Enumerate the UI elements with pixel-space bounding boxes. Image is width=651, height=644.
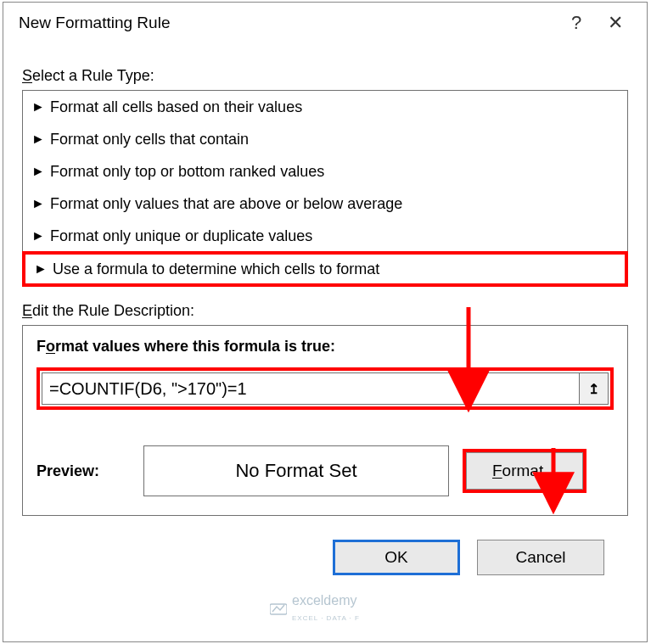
dialog-title: New Formatting Rule — [19, 14, 557, 32]
rule-item-2[interactable]: ► Format only top or bottom ranked value… — [23, 155, 627, 188]
rule-item-0[interactable]: ► Format all cells based on their values — [23, 91, 627, 123]
rule-type-accelerator: S — [22, 67, 32, 84]
rule-item-label: Format all cells based on their values — [50, 98, 302, 116]
dialog-window: New Formatting Rule ? ✕ Select a Rule Ty… — [3, 2, 648, 642]
rule-item-4[interactable]: ► Format only unique or duplicate values — [23, 220, 627, 252]
rule-type-list[interactable]: ► Format all cells based on their values… — [22, 90, 628, 287]
cancel-button[interactable]: Cancel — [477, 540, 604, 575]
close-button[interactable]: ✕ — [596, 4, 635, 42]
rule-item-label: Format only unique or duplicate values — [50, 227, 312, 245]
rule-type-label: Select a Rule Type: — [22, 67, 628, 85]
preview-label: Preview: — [36, 462, 130, 480]
desc-accelerator: E — [22, 302, 32, 319]
format-button[interactable]: Format... — [466, 452, 583, 490]
formula-row-highlight: ↥ — [36, 367, 614, 410]
rule-glyph-icon: ► — [31, 228, 50, 244]
help-button[interactable]: ? — [557, 4, 596, 42]
dialog-content: Select a Rule Type: ► Format all cells b… — [3, 43, 647, 575]
collapse-dialog-button[interactable]: ↥ — [580, 372, 609, 405]
rule-item-label: Format only top or bottom ranked values — [50, 163, 324, 181]
rule-desc-label: Edit the Rule Description: — [22, 302, 628, 320]
rule-glyph-icon: ► — [31, 99, 50, 115]
rule-glyph-icon: ► — [31, 164, 50, 179]
formula-section-title: Format values where this formula is true… — [36, 338, 614, 356]
dialog-footer: OK Cancel — [22, 516, 628, 575]
rule-glyph-icon: ► — [34, 261, 53, 277]
format-button-highlight: Format... — [463, 449, 586, 493]
formula-input[interactable] — [42, 372, 580, 405]
rule-desc-box: Format values where this formula is true… — [22, 325, 628, 516]
rule-item-5[interactable]: ► Use a formula to determine which cells… — [22, 251, 628, 287]
ok-button[interactable]: OK — [333, 540, 460, 575]
rule-item-3[interactable]: ► Format only values that are above or b… — [23, 188, 627, 220]
rule-glyph-icon: ► — [31, 196, 50, 211]
format-accelerator: F — [492, 462, 502, 480]
rule-item-label: Use a formula to determine which cells t… — [53, 260, 379, 278]
rule-item-label: Format only values that are above or bel… — [50, 195, 402, 213]
preview-row: Preview: No Format Set Format... — [36, 445, 614, 496]
formula-accelerator: o — [46, 338, 55, 355]
rule-item-label: Format only cells that contain — [50, 131, 249, 148]
rule-item-1[interactable]: ► Format only cells that contain — [23, 123, 627, 155]
rule-glyph-icon: ► — [31, 132, 50, 147]
preview-box: No Format Set — [143, 445, 449, 496]
titlebar: New Formatting Rule ? ✕ — [3, 3, 647, 43]
